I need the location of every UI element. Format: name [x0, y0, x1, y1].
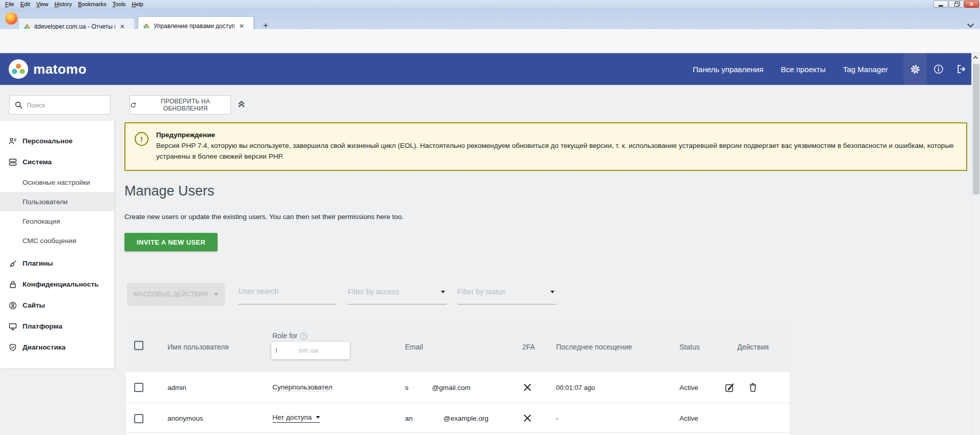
- sites-icon: [9, 301, 17, 310]
- admin-search[interactable]: [9, 95, 111, 115]
- scrollbar-thumb[interactable]: [973, 64, 979, 194]
- refresh-icon: [130, 102, 136, 108]
- matomo-brand[interactable]: matomo: [8, 59, 87, 79]
- page-scrollbar[interactable]: [971, 53, 980, 435]
- bulk-actions-button[interactable]: МАССОВЫЕ ДЕЙСТВИЯ: [127, 283, 225, 306]
- email-cell: s@gmail.com: [405, 384, 471, 391]
- logout-icon: [956, 64, 967, 74]
- table-row-admin: admin Суперпользовател s@gmail.com 00:01…: [126, 372, 790, 403]
- list-tabs-chevron-icon[interactable]: [967, 21, 974, 28]
- page-subtitle: Create new users or update the existing …: [124, 213, 404, 221]
- email-redaction: [413, 415, 443, 420]
- screen: File Edit View History Bookmarks Tools H…: [0, 0, 980, 435]
- restore-button[interactable]: [949, 1, 964, 8]
- role-site-selector[interactable]: I om.ua: [271, 342, 350, 359]
- status-badge: Active: [679, 414, 698, 422]
- sidebar-item-personal[interactable]: Персональное: [0, 130, 114, 151]
- status-badge: Active: [679, 384, 698, 391]
- col-email: Email: [405, 343, 423, 351]
- gear-icon: [910, 64, 921, 75]
- filter-by-status-select[interactable]: Filter by status: [457, 283, 557, 304]
- check-updates-button[interactable]: ПРОВЕРИТЬ НА ОБНОВЛЕНИЯ: [130, 95, 231, 115]
- menu-help[interactable]: Help: [129, 1, 146, 7]
- menu-bookmarks[interactable]: Bookmarks: [75, 1, 110, 7]
- email-cell: an@example.org: [405, 414, 488, 422]
- table-row-anonymous: anonymous Нет доступа an@example.org - A…: [126, 403, 790, 433]
- menu-history[interactable]: History: [51, 1, 75, 7]
- sidebar-item-geolocation[interactable]: Геолокация: [0, 211, 114, 231]
- nav-all-websites[interactable]: Все проекты: [781, 65, 826, 74]
- minimize-button[interactable]: [933, 1, 948, 8]
- matomo-header: matomo Панель управления Все проекты Tag…: [0, 53, 980, 85]
- sidebar-item-plugins[interactable]: Плагины: [0, 253, 114, 274]
- brand-name: matomo: [33, 61, 87, 77]
- system-icon: [9, 158, 17, 166]
- row-checkbox[interactable]: [134, 414, 143, 423]
- user-search-field[interactable]: [239, 283, 336, 304]
- admin-gear-button[interactable]: [904, 53, 927, 85]
- sidebar-item-sms[interactable]: СМС сообщения: [0, 231, 114, 250]
- menu-view[interactable]: View: [33, 1, 52, 7]
- sidebar-item-system[interactable]: Система: [0, 151, 114, 172]
- menu-edit[interactable]: Edit: [17, 1, 33, 7]
- diagnostics-shield-icon: [9, 343, 17, 352]
- window-controls: ✕: [933, 1, 979, 8]
- browser-menubar: File Edit View History Bookmarks Tools H…: [0, 0, 980, 8]
- col-last-seen: Последнее посещение: [556, 343, 632, 351]
- menu-file[interactable]: File: [2, 1, 17, 7]
- table-header: Имя пользователя Role for? I om.ua Email…: [126, 321, 790, 372]
- search-icon: [15, 101, 23, 109]
- last-seen-cell: -: [556, 414, 558, 422]
- role-dropdown[interactable]: Нет доступа: [272, 414, 320, 423]
- page-title: Manage Users: [124, 183, 215, 199]
- help-button[interactable]: [927, 53, 950, 85]
- invite-user-button[interactable]: INVITE A NEW USER: [124, 233, 218, 251]
- col-actions: Действия: [737, 343, 769, 351]
- info-icon: [933, 64, 944, 74]
- nav-tag-manager[interactable]: Tag Manager: [843, 65, 888, 74]
- col-username: Имя пользователя: [167, 343, 229, 351]
- chevron-down-icon: [441, 291, 445, 293]
- chevron-down-icon: [550, 291, 555, 293]
- check-updates-label: ПРОВЕРИТЬ НА ОБНОВЛЕНИЯ: [140, 98, 230, 112]
- php-eol-warning: ! Предупреждение Версия PHP 7.4, которую…: [124, 122, 967, 171]
- row-checkbox[interactable]: [134, 383, 143, 392]
- sidebar-item-users[interactable]: Пользователи: [0, 192, 114, 211]
- user-search-input[interactable]: [239, 283, 336, 295]
- sidebar-item-privacy[interactable]: Конфиденциальность: [0, 274, 114, 295]
- browser-toolbar: ← → ⌂ https:// om.ua/index.php?idSite=1&…: [0, 29, 980, 53]
- matomo-logo: [8, 59, 29, 79]
- help-icon[interactable]: ?: [300, 333, 307, 340]
- filter-by-access-select[interactable]: Filter by access: [348, 283, 447, 304]
- scrollbar-up-arrow[interactable]: [972, 53, 980, 62]
- collapse-menu-icon[interactable]: [237, 99, 246, 108]
- redacted-site-fragment: I: [275, 347, 277, 354]
- warning-title: Предупреждение: [156, 131, 957, 139]
- search-input[interactable]: [27, 101, 98, 109]
- role-cell[interactable]: Суперпользовател: [272, 383, 332, 391]
- select-all-checkbox[interactable]: [134, 341, 143, 350]
- sidebar-item-general-settings[interactable]: Основные настройки: [0, 172, 114, 192]
- firefox-icon[interactable]: [5, 12, 17, 25]
- email-redaction: [409, 385, 432, 390]
- users-table: Имя пользователя Role for? I om.ua Email…: [126, 321, 790, 435]
- nav-dashboard[interactable]: Панель управления: [693, 65, 763, 74]
- sidebar-item-platform[interactable]: Платформа: [0, 316, 114, 337]
- menu-tools[interactable]: Tools: [110, 1, 129, 7]
- warning-text: Версия PHP 7.4, которую вы используете, …: [156, 141, 957, 162]
- delete-user-icon[interactable]: [749, 383, 757, 393]
- username-cell: anonymous: [167, 414, 203, 422]
- tab-strip: itdeveloper.com.ua - Отчеты ве ✕ Управле…: [0, 8, 980, 29]
- edit-user-icon[interactable]: [725, 383, 735, 393]
- logout-button[interactable]: [950, 53, 973, 85]
- tab-close-icon[interactable]: ✕: [238, 23, 246, 30]
- tab-title: Управление правами доступа: [154, 23, 235, 30]
- sidebar-item-websites[interactable]: Сайты: [0, 295, 114, 316]
- sidebar-item-diagnostics[interactable]: Диагностика: [0, 337, 114, 358]
- lock-icon: [9, 280, 17, 289]
- close-button[interactable]: ✕: [964, 1, 979, 8]
- redacted-site-fragment: om.ua: [299, 347, 318, 354]
- col-status: Status: [679, 343, 700, 351]
- platform-monitor-icon: [9, 322, 17, 331]
- twofa-disabled-icon: [523, 383, 531, 391]
